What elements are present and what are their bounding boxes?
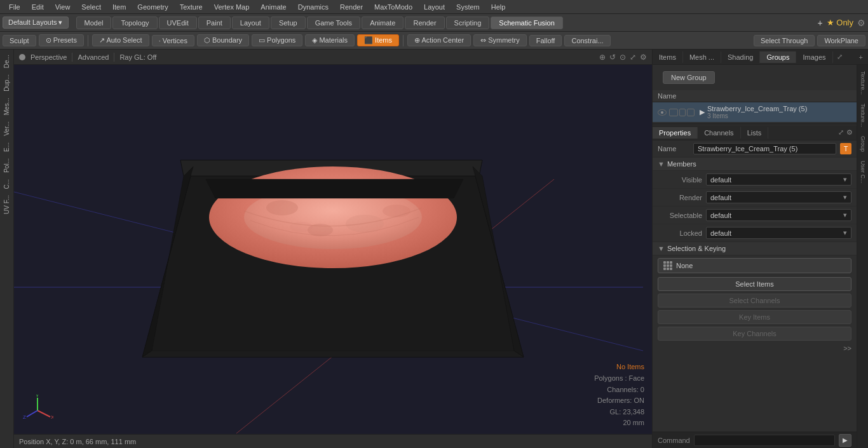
props-tab-lists[interactable]: Lists (741, 127, 769, 139)
group-list-item[interactable]: ▶ Strawberry_Ice_Cream_Tray (5) 3 Items (653, 102, 857, 123)
menu-layout[interactable]: Layout (419, 2, 450, 12)
tab-uvedit[interactable]: UVEdit (159, 17, 197, 29)
mode-items[interactable]: ⬛ Items (357, 34, 399, 46)
panel-tab-shading[interactable]: Shading (721, 51, 760, 63)
props-tab-properties[interactable]: Properties (653, 127, 698, 139)
menu-geometry[interactable]: Geometry (132, 2, 173, 12)
edge-tab-texture2[interactable]: Texture... (858, 100, 867, 131)
props-settings-icon[interactable]: ⚙ (846, 128, 853, 137)
sidebar-item-c[interactable]: C... (2, 177, 11, 192)
tab-paint[interactable]: Paint (198, 17, 231, 29)
star-only-button[interactable]: ★ Only (827, 18, 853, 27)
sidebar-item-mes[interactable]: Mes... (2, 95, 11, 118)
sidebar-item-dup[interactable]: Dup... (2, 72, 11, 94)
props-name-input[interactable] (693, 143, 836, 154)
command-input[interactable] (694, 435, 835, 446)
menu-dynamics[interactable]: Dynamics (293, 2, 334, 12)
layout-dropdown[interactable]: Default Layouts ▾ (3, 17, 69, 29)
select-items-button[interactable]: Select Items (658, 277, 851, 291)
workplane-button[interactable]: WorkPlane (817, 35, 865, 46)
mode-materials[interactable]: ◈ Materials (305, 34, 355, 46)
tab-topology[interactable]: Topology (112, 17, 157, 29)
menu-item[interactable]: Item (107, 2, 131, 12)
viewport-zoom-icon[interactable]: ⊙ (620, 53, 626, 62)
props-expand-icon[interactable]: ⤢ (838, 128, 844, 137)
panel-add-tab-button[interactable]: + (854, 53, 868, 61)
menu-texture[interactable]: Texture (175, 2, 208, 12)
viewport-dot[interactable] (19, 54, 25, 60)
visible-dropdown[interactable]: default ▾ (706, 173, 851, 186)
menu-help[interactable]: Help (486, 2, 511, 12)
viewport-rotate-icon[interactable]: ⊕ (599, 53, 606, 62)
menu-system[interactable]: System (451, 2, 485, 12)
viewport-canvas[interactable]: No Items Polygons : Face Channels: 0 Def… (14, 65, 652, 434)
item-lock-toggle[interactable] (679, 109, 686, 116)
menu-edit[interactable]: Edit (27, 2, 49, 12)
sidebar-item-e[interactable]: E... (2, 140, 11, 154)
tab-setup[interactable]: Setup (271, 17, 306, 29)
sidebar-item-uvf[interactable]: UV F... (2, 193, 11, 217)
edge-tab-group[interactable]: Group (858, 132, 867, 156)
viewport-expand-icon[interactable]: ⤢ (630, 53, 636, 62)
command-run-button[interactable]: ▶ (839, 434, 851, 447)
new-group-button[interactable]: New Group (663, 71, 715, 84)
visibility-toggle[interactable] (658, 109, 667, 116)
menu-view[interactable]: View (50, 2, 76, 12)
select-through-button[interactable]: Select Through (754, 35, 815, 46)
item-expand-arrow[interactable]: ▶ (700, 108, 705, 116)
viewport-settings-icon[interactable]: ⚙ (640, 53, 647, 62)
tab-animate[interactable]: Animate (362, 17, 403, 29)
members-section-header[interactable]: ▼ Members (653, 158, 857, 171)
panel-tab-mesh[interactable]: Mesh ... (683, 51, 721, 63)
viewport-gl-mode[interactable]: Ray GL: Off (119, 53, 156, 61)
locked-dropdown[interactable]: default ▾ (706, 227, 851, 239)
tab-layout[interactable]: Layout (232, 17, 269, 29)
props-tab-channels[interactable]: Channels (698, 127, 740, 139)
keying-section-header[interactable]: ▼ Selection & Keying (653, 242, 857, 255)
tab-render[interactable]: Render (405, 17, 444, 29)
panel-tab-groups[interactable]: Groups (760, 51, 796, 63)
keying-none-button[interactable]: None (658, 258, 851, 273)
mode-auto-select[interactable]: ↗ Auto Select (92, 34, 149, 46)
panel-expand-icon[interactable]: ⤢ (833, 53, 846, 61)
viewport-perspective[interactable]: Perspective (31, 53, 67, 61)
scroll-right-icon[interactable]: >> (843, 344, 851, 352)
mode-symmetry[interactable]: ⇔ Symmetry (473, 34, 527, 46)
selectable-dropdown[interactable]: default ▾ (706, 209, 851, 221)
menu-vertex-map[interactable]: Vertex Map (209, 2, 255, 12)
edge-tab-user-c[interactable]: User C... (858, 157, 867, 187)
panel-inner: New Group Name ▶ (653, 65, 868, 448)
viewport-reset-icon[interactable]: ↺ (609, 53, 616, 62)
item-render-toggle[interactable] (669, 109, 678, 116)
props-name-confirm-button[interactable]: T (840, 143, 851, 154)
menu-file[interactable]: File (4, 2, 25, 12)
tab-schematic-fusion[interactable]: Schematic Fusion (491, 17, 562, 29)
add-workspace-button[interactable]: + (817, 18, 822, 28)
tab-model[interactable]: Model (76, 17, 112, 29)
panel-tab-items[interactable]: Items (653, 51, 683, 63)
key-channels-button: Key Channels (658, 327, 851, 341)
menu-animate[interactable]: Animate (255, 2, 291, 12)
mode-boundary[interactable]: ⬡ Boundary (197, 34, 249, 46)
mode-constrain[interactable]: Constrai... (564, 35, 610, 46)
menu-select[interactable]: Select (76, 2, 106, 12)
mode-sculpt[interactable]: Sculpt (3, 35, 36, 46)
mode-presets[interactable]: ⊙ Presets (39, 34, 84, 46)
edge-tab-texture1[interactable]: Texture... (858, 67, 867, 98)
render-dropdown[interactable]: default ▾ (706, 191, 851, 203)
mode-vertices[interactable]: · Vertices (152, 35, 194, 46)
viewport-shading[interactable]: Advanced (78, 53, 109, 61)
menu-render[interactable]: Render (335, 2, 368, 12)
mode-action-center[interactable]: ⊕ Action Center (407, 34, 471, 46)
mode-polygons[interactable]: ▭ Polygons (252, 34, 302, 46)
sidebar-item-ver[interactable]: Ver... (2, 119, 11, 139)
sidebar-item-de[interactable]: De... (2, 52, 11, 71)
panel-tab-images[interactable]: Images (796, 51, 832, 63)
settings-icon[interactable]: ⚙ (857, 18, 865, 28)
menu-maxtomode[interactable]: MaxToModo (369, 2, 417, 12)
axis-gizmo-svg: X Y Z (22, 395, 53, 426)
sidebar-item-pol[interactable]: Pol... (2, 156, 11, 175)
tab-scripting[interactable]: Scripting (446, 17, 490, 29)
tab-game-tools[interactable]: Game Tools (307, 17, 361, 29)
mode-falloff[interactable]: Falloff (529, 35, 562, 46)
